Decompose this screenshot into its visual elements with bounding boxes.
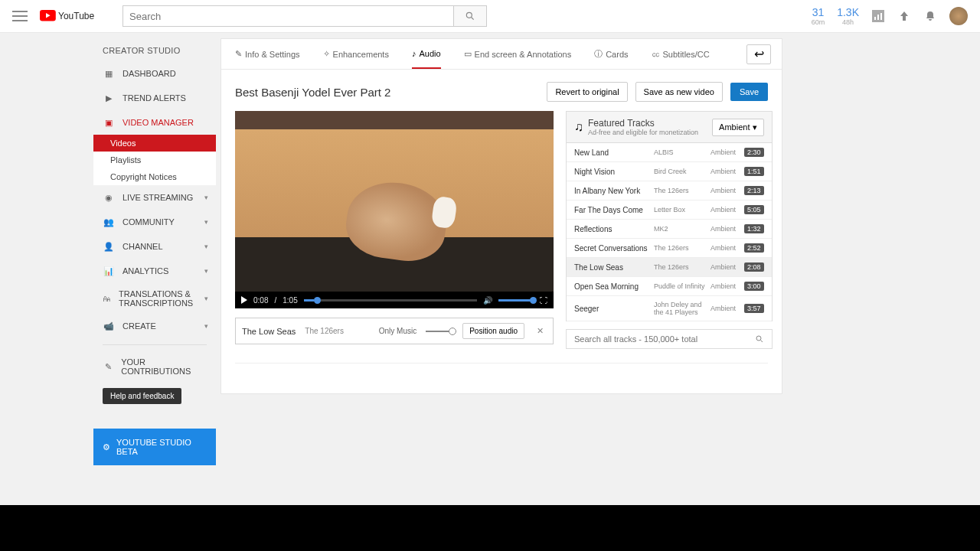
svg-line-4 — [472, 18, 474, 20]
studio-beta-button[interactable]: ⚙YOUTUBE STUDIO BETA — [93, 429, 216, 465]
info-icon: ⓘ — [594, 48, 603, 60]
sidebar-item-create[interactable]: 📹CREATE▾ — [93, 314, 216, 338]
track-artist: Letter Box — [654, 206, 710, 214]
sidebar-sub-playlists[interactable]: Playlists — [93, 152, 216, 168]
track-artist: MK2 — [654, 225, 710, 233]
selected-track-name: The Low Seas — [242, 327, 296, 336]
track-genre: Ambient — [710, 148, 744, 156]
search-icon — [465, 11, 475, 21]
tab-audio[interactable]: ♪Audio — [412, 39, 441, 69]
sidebar-item-live[interactable]: ◉LIVE STREAMING▾ — [93, 185, 216, 210]
sidebar-heading: CREATOR STUDIO — [93, 38, 216, 61]
mix-slider[interactable] — [426, 331, 453, 332]
seek-bar[interactable] — [304, 299, 477, 302]
tab-subtitles[interactable]: ㏄Subtitles/CC — [652, 39, 710, 69]
player-controls: 0:08 / 1:05 🔊 ⛶ — [235, 292, 554, 308]
track-genre: Ambient — [710, 225, 744, 233]
track-row[interactable]: Secret ConversationsThe 126ersAmbient2:5… — [567, 239, 772, 258]
track-row[interactable]: Night VisionBird CreekAmbient1:51 — [567, 162, 772, 181]
sidebar-item-dashboard[interactable]: ▦DASHBOARD — [93, 61, 216, 86]
sidebar-item-analytics[interactable]: 📊ANALYTICS▾ — [93, 259, 216, 283]
svg-rect-6 — [874, 17, 876, 20]
sidebar-sub-copyright[interactable]: Copyright Notices — [93, 168, 216, 185]
track-title: Far The Days Come — [574, 206, 654, 214]
mix-label: Only Music — [379, 327, 416, 335]
sidebar-item-translations[interactable]: 🗛TRANSLATIONS & TRANSCRIPTIONS▾ — [93, 283, 216, 314]
revert-button[interactable]: Revert to original — [547, 82, 627, 102]
video-column: 0:08 / 1:05 🔊 ⛶ The Low Seas The 126ers … — [235, 111, 554, 349]
svg-rect-7 — [877, 15, 879, 20]
chevron-down-icon: ▾ — [204, 243, 208, 250]
stat-48h[interactable]: 1.3K48h — [837, 6, 859, 26]
sidebar-item-community[interactable]: 👥COMMUNITY▾ — [93, 210, 216, 234]
tab-enhancements[interactable]: ✧Enhancements — [323, 39, 389, 69]
dashboard-icon: ▦ — [103, 67, 115, 80]
search-tracks-input[interactable] — [574, 334, 755, 344]
save-as-new-button[interactable]: Save as new video — [635, 82, 723, 102]
tab-info-settings[interactable]: ✎Info & Settings — [235, 39, 300, 69]
letterbox-bottom — [0, 505, 980, 551]
search-form — [122, 5, 487, 27]
fullscreen-icon[interactable]: ⛶ — [540, 296, 547, 305]
track-title: New Land — [574, 148, 654, 157]
track-artist: The 126ers — [654, 187, 710, 194]
tab-endscreen[interactable]: ▭End screen & Annotations — [464, 39, 572, 69]
upload-icon[interactable] — [897, 9, 911, 23]
save-button[interactable]: Save — [730, 83, 768, 101]
selected-track-strip: The Low Seas The 126ers Only Music Posit… — [235, 318, 554, 344]
track-row[interactable]: In Albany New YorkThe 126ersAmbient2:13 — [567, 181, 772, 201]
track-genre: Ambient — [710, 187, 744, 194]
video-frame — [235, 111, 554, 292]
chevron-down-icon: ▾ — [204, 194, 208, 201]
music-note-icon: ♫ — [574, 120, 583, 134]
track-title: Secret Conversations — [574, 244, 654, 253]
remove-track-button[interactable]: ✕ — [534, 326, 547, 336]
track-row[interactable]: The Low SeasThe 126ersAmbient2:08 — [567, 258, 772, 277]
volume-icon[interactable]: 🔊 — [483, 296, 492, 305]
track-row[interactable]: New LandALBISAmbient2:30 — [567, 143, 772, 162]
svg-marker-9 — [900, 11, 908, 21]
track-genre: Ambient — [710, 282, 744, 290]
sidebar-item-channel[interactable]: 👤CHANNEL▾ — [93, 234, 216, 259]
notifications-icon[interactable] — [923, 9, 937, 23]
sidebar-sub-videos[interactable]: Videos — [93, 135, 216, 152]
featured-tracks-header: ♫ Featured Tracks Ad-free and eligible f… — [566, 111, 773, 142]
position-audio-button[interactable]: Position audio — [462, 323, 524, 339]
play-button[interactable] — [241, 296, 247, 304]
chevron-down-icon: ▾ — [204, 218, 208, 226]
track-row[interactable]: Far The Days ComeLetter BoxAmbient5:05 — [567, 201, 772, 220]
sidebar-item-video-manager[interactable]: ▣VIDEO MANAGER — [93, 110, 216, 135]
sidebar: CREATOR STUDIO ▦DASHBOARD ▶TREND ALERTS … — [93, 38, 216, 465]
music-icon: ♪ — [412, 49, 416, 58]
chevron-down-icon: ▾ — [204, 322, 208, 330]
menu-icon[interactable] — [12, 11, 28, 21]
volume-slider[interactable] — [498, 299, 534, 302]
translate-icon: 🗛 — [103, 292, 111, 305]
search-input[interactable] — [122, 5, 453, 27]
stat-60m[interactable]: 3160m — [812, 6, 825, 26]
track-title: In Albany New York — [574, 187, 654, 195]
analytics-icon[interactable] — [871, 9, 885, 23]
search-button[interactable] — [453, 5, 487, 27]
svg-text:YouTube: YouTube — [58, 11, 94, 21]
track-row[interactable]: Open Sea MorningPuddle of InfinityAmbien… — [567, 277, 772, 296]
avatar[interactable] — [949, 7, 968, 25]
genre-dropdown[interactable]: Ambient ▾ — [712, 119, 763, 136]
video-title: Best Basenji Yodel Ever Part 2 — [235, 86, 539, 99]
editor-tabs: ✎Info & Settings ✧Enhancements ♪Audio ▭E… — [221, 39, 782, 70]
help-feedback-button[interactable]: Help and feedback — [103, 388, 181, 404]
track-title: Seeger — [574, 305, 654, 313]
track-row[interactable]: ReflectionsMK2Ambient1:32 — [567, 220, 772, 239]
contributions-icon: ✎ — [103, 360, 113, 373]
sidebar-item-trend-alerts[interactable]: ▶TREND ALERTS — [93, 86, 216, 110]
track-genre: Ambient — [710, 168, 744, 175]
tab-cards[interactable]: ⓘCards — [594, 39, 628, 69]
track-title: Night Vision — [574, 168, 654, 176]
track-duration: 2:30 — [744, 148, 764, 157]
track-genre: Ambient — [710, 305, 744, 312]
sidebar-item-contributions[interactable]: ✎YOUR CONTRIBUTIONS — [93, 351, 216, 382]
undo-button[interactable]: ↩ — [746, 44, 771, 64]
track-row[interactable]: SeegerJohn Deley and the 41 PlayersAmbie… — [567, 296, 772, 321]
youtube-logo[interactable]: YouTube — [40, 8, 95, 24]
video-player[interactable] — [235, 111, 554, 292]
